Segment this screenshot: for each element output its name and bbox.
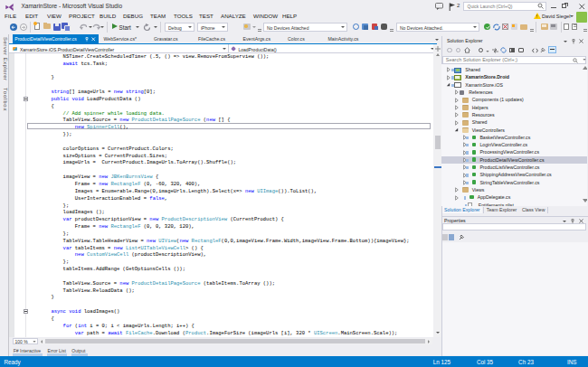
svg-text:!: ! — [536, 14, 537, 19]
